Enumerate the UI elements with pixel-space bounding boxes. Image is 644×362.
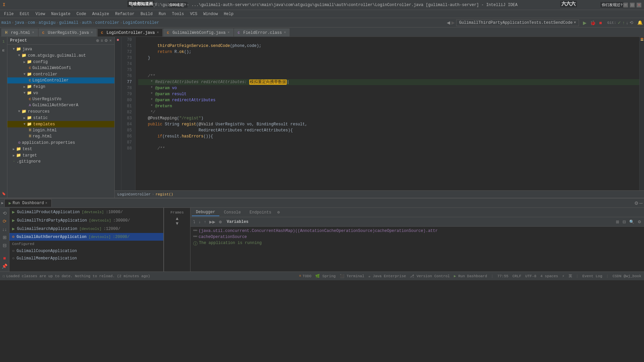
- tab-reg-html[interactable]: H reg.html ×: [1, 28, 38, 37]
- git-history-button[interactable]: ⟲: [630, 20, 633, 25]
- tree-item-logincontroller[interactable]: C LoginController: [7, 77, 114, 83]
- tree-item-login-html[interactable]: H login.html: [7, 127, 114, 133]
- menu-navigate[interactable]: Navigate: [48, 11, 73, 17]
- nav-auth[interactable]: auth: [82, 20, 92, 25]
- status-spring[interactable]: 🌿 Spring: [315, 274, 335, 278]
- status-crlf[interactable]: CRLF: [513, 274, 521, 278]
- frames-down-button[interactable]: ▼: [175, 221, 179, 226]
- scroll-to-end-button[interactable]: ↓↓: [2, 225, 8, 233]
- stop-button[interactable]: ■: [598, 19, 603, 26]
- debugger-evaluate[interactable]: ⊕: [217, 219, 223, 225]
- tree-item-app-props[interactable]: ⚙ application.properties: [7, 139, 114, 146]
- menu-build[interactable]: Build: [138, 11, 155, 17]
- code-area[interactable]: ● 70 71 72 73 74 75 76 77 78 79 80 81 82…: [115, 37, 644, 190]
- nav-com[interactable]: com: [28, 20, 35, 25]
- nav-atguigu[interactable]: atguigu: [39, 20, 55, 25]
- status-version-control[interactable]: ⎇ Version Control: [410, 274, 450, 278]
- code-content[interactable]: thirdPartFeignService.sendCode(phone,cod…: [136, 37, 639, 190]
- structure-button[interactable]: ◧: [2, 48, 5, 53]
- debugger-search-button[interactable]: 🔍: [628, 219, 636, 225]
- debugger-expand-button[interactable]: ⊞: [614, 219, 621, 225]
- debugger-tab-debugger[interactable]: Debugger: [192, 209, 219, 216]
- frames-up-button[interactable]: ▲: [175, 216, 179, 221]
- filter-button[interactable]: ⊟: [2, 241, 7, 249]
- run-item-gulimallproduct[interactable]: ▶ GulimallProductApplication [devtools] …: [9, 208, 163, 216]
- git-update-button[interactable]: ↓: [626, 20, 629, 25]
- run-button[interactable]: ▶: [582, 19, 588, 26]
- status-position[interactable]: 77:55: [497, 274, 508, 278]
- debugger-resume[interactable]: ▶▶: [208, 219, 217, 225]
- menu-code[interactable]: Code: [74, 11, 89, 17]
- debugger-tab-console[interactable]: Console: [220, 209, 245, 216]
- menu-window[interactable]: Window: [201, 11, 220, 17]
- restart-button[interactable]: ⟲: [2, 209, 7, 217]
- nav-logincontroller[interactable]: LoginController: [123, 20, 159, 25]
- debug-button[interactable]: 🐞: [589, 19, 597, 26]
- tab-close-fielderror[interactable]: ×: [284, 31, 286, 35]
- status-encoding[interactable]: UTF-8: [525, 274, 536, 278]
- menu-view[interactable]: View: [33, 11, 48, 17]
- tree-item-gitignore[interactable]: · .gitignore: [7, 159, 114, 165]
- status-indent[interactable]: 4 spaces: [540, 274, 558, 278]
- nav-forward-button[interactable]: ▶: [451, 20, 455, 25]
- maximize-button[interactable]: □: [630, 3, 635, 7]
- tree-item-com-atguigu[interactable]: ▼ 📁 com.atguigu.gulimall.aut: [7, 52, 114, 59]
- stop-all-button[interactable]: ■: [3, 255, 6, 261]
- tree-item-target[interactable]: ▶ 📁 target: [7, 152, 114, 159]
- status-todo[interactable]: ≡ TODO: [299, 274, 311, 278]
- bottom-minimize-button[interactable]: ─: [639, 200, 643, 206]
- run-dashboard-tab[interactable]: ▶ Run Dashboard ×: [4, 199, 52, 207]
- menu-file[interactable]: File: [1, 11, 16, 17]
- tree-item-reg-html[interactable]: H reg.html: [7, 133, 114, 139]
- tab-close-userregistvo[interactable]: ×: [91, 31, 93, 35]
- project-panel-button[interactable]: 1: [1, 38, 6, 45]
- tree-item-gulimallwebconfi[interactable]: C GulimallWebConfi: [7, 65, 114, 71]
- menu-vcs[interactable]: VCS: [187, 11, 200, 17]
- git-push-button[interactable]: ↑: [623, 20, 625, 25]
- tree-item-gulimallauthservera[interactable]: A GulimallAuthServerA: [7, 102, 114, 108]
- pin-button[interactable]: 📌: [1, 262, 8, 270]
- run-item-gulimallsearch[interactable]: ▶ GulimallSearchApplication [devtools] :…: [9, 225, 163, 233]
- tab-close-gulimallwebconfig[interactable]: ×: [228, 31, 230, 35]
- debugger-step-into[interactable]: ↓: [197, 219, 202, 225]
- tab-fielderror[interactable]: C FieldError.class ×: [234, 28, 290, 37]
- sidebar-close[interactable]: ×: [109, 38, 112, 43]
- git-commit-button[interactable]: ✓: [618, 20, 621, 25]
- tree-item-controller[interactable]: ▼ 📁 controller: [7, 71, 114, 77]
- tree-item-vo[interactable]: ▼ 📁 vo: [7, 90, 114, 96]
- tree-item-static[interactable]: ▶ 📁 static: [7, 115, 114, 121]
- breadcrumb-regist[interactable]: regist(): [156, 192, 173, 196]
- status-terminal[interactable]: ⬛ Terminal: [340, 274, 364, 278]
- tree-item-test[interactable]: ▶ 📁 test: [7, 146, 114, 152]
- tree-item-resources[interactable]: ▼ 📁 resources: [7, 108, 114, 115]
- tab-close-logincontroller[interactable]: ×: [157, 31, 159, 35]
- nav-controller[interactable]: controller: [95, 20, 119, 25]
- nav-gulimall[interactable]: gulimall: [59, 20, 78, 25]
- menu-run[interactable]: Run: [156, 11, 169, 17]
- menu-analyze[interactable]: Analyze: [90, 11, 112, 17]
- tab-close-reg-html[interactable]: ×: [32, 31, 34, 35]
- notifications-button[interactable]: 🔔: [637, 20, 643, 25]
- sidebar-scroll-to-source[interactable]: ⊕: [96, 38, 99, 43]
- run-item-gulimallmember[interactable]: ○ GulimallMemberApplication: [9, 255, 163, 262]
- status-java-enterprise[interactable]: ☕ Java Enterprise: [368, 274, 406, 278]
- nav-main[interactable]: main: [1, 20, 11, 25]
- status-event-log[interactable]: Event Log: [582, 274, 602, 278]
- nav-back-button[interactable]: ◀: [447, 20, 450, 25]
- tab-userregistvo[interactable]: C UserRegistVo.java ×: [39, 28, 97, 37]
- minimize-button[interactable]: ─: [623, 3, 628, 7]
- menu-help[interactable]: Help: [221, 11, 236, 17]
- run-item-gulimallcoupon[interactable]: ○ GulimallCouponApplication: [9, 247, 163, 255]
- debugger-step-out[interactable]: ↑: [203, 219, 207, 225]
- tab-logincontroller[interactable]: C LoginController.java ×: [97, 28, 163, 37]
- menu-edit[interactable]: Edit: [17, 11, 32, 17]
- debugger-tab-endpoints[interactable]: Endpoints: [246, 209, 275, 216]
- tree-item-feign[interactable]: ▶ 📁 feign: [7, 83, 114, 90]
- sidebar-settings[interactable]: ⚙: [104, 38, 108, 43]
- layout-button[interactable]: ⊞: [2, 233, 7, 241]
- var-item-1[interactable]: ∞∞ (java.util.concurrent.ConcurrentHashM…: [193, 228, 641, 234]
- tree-item-templates[interactable]: ▼ 📁 templates: [7, 121, 114, 127]
- bottom-settings-button[interactable]: ⚙: [634, 200, 639, 206]
- close-button[interactable]: ✕: [637, 3, 641, 7]
- menu-tools[interactable]: Tools: [169, 11, 187, 17]
